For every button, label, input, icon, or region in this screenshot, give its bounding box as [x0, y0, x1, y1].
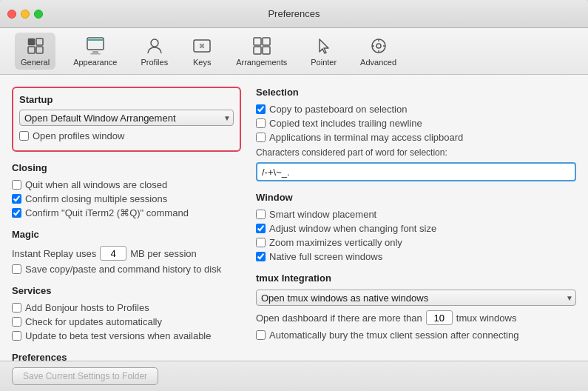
selection-section: Selection Copy to pasteboard on selectio…: [256, 87, 576, 181]
closing-cb-2[interactable]: [12, 208, 21, 218]
selection-cb-1[interactable]: [256, 118, 266, 128]
window-row-0: Smart window placement: [256, 209, 576, 220]
tmux-autobury-row: Automatically bury the tmux client sessi…: [256, 330, 576, 341]
startup-section: Startup Open Default Window Arrangement …: [12, 87, 241, 152]
closing-title: Closing: [12, 162, 241, 173]
maximize-button[interactable]: [34, 10, 43, 19]
closing-row-2: Confirm "Quit iTerm2 (⌘Q)" command: [12, 207, 241, 218]
services-cb-1[interactable]: [12, 317, 21, 327]
profiles-icon: [144, 36, 165, 56]
svg-rect-0: [28, 39, 35, 45]
window-cb-3[interactable]: [256, 252, 266, 261]
tab-advanced[interactable]: Advanced: [354, 33, 402, 70]
services-row-1: Check for updates automatically: [12, 316, 241, 327]
selection-label-0: Copy to pasteboard on selection: [269, 104, 407, 115]
closing-label-1: Confirm closing multiple sessions: [25, 193, 167, 204]
save-history-row: Save copy/paste and command history to d…: [12, 264, 241, 275]
window-label-3: Native full screen windows: [269, 251, 382, 262]
toolbar: General Appearance Profiles ⌘: [0, 28, 588, 75]
tmux-dashboard-input[interactable]: [426, 310, 453, 325]
arrangements-icon: [251, 36, 272, 56]
chars-input[interactable]: [256, 162, 576, 181]
traffic-lights: [7, 10, 43, 19]
save-history-cb[interactable]: [12, 264, 21, 274]
startup-title: Startup: [19, 94, 234, 105]
tab-appearance[interactable]: Appearance: [67, 33, 123, 70]
bottom-bar: Save Current Settings to Folder: [0, 361, 588, 391]
save-current-settings-button[interactable]: Save Current Settings to Folder: [12, 367, 158, 385]
left-panel: Startup Open Default Window Arrangement …: [12, 87, 241, 349]
chars-label: Characters considered part of word for s…: [256, 147, 576, 158]
window-section: Window Smart window placement Adjust win…: [256, 192, 576, 262]
startup-dropdown-wrapper: Open Default Window Arrangement New Wind…: [19, 110, 234, 126]
services-row-2: Update to beta test versions when availa…: [12, 330, 241, 341]
tmux-dropdown[interactable]: Open tmux windows as native windows Open…: [256, 290, 576, 306]
window-cb-0[interactable]: [256, 210, 266, 219]
closing-cb-1[interactable]: [12, 194, 21, 204]
tab-arrangements-label: Arrangements: [236, 58, 287, 67]
services-cb-2[interactable]: [12, 331, 21, 341]
tab-appearance-label: Appearance: [73, 58, 117, 67]
svg-rect-11: [254, 38, 261, 45]
selection-label-2: Applications in terminal may access clip…: [269, 132, 463, 143]
content-area: Startup Open Default Window Arrangement …: [0, 75, 588, 361]
open-profiles-checkbox[interactable]: [19, 131, 29, 141]
svg-rect-5: [87, 39, 104, 41]
advanced-icon: [368, 36, 389, 56]
tab-keys[interactable]: ⌘ Keys: [186, 33, 218, 70]
svg-rect-14: [263, 47, 270, 54]
tmux-dashboard-post: tmux windows: [456, 313, 517, 324]
window-label-1: Adjust window when changing font size: [269, 223, 436, 234]
selection-cb-2[interactable]: [256, 133, 266, 142]
tmux-dashboard-pre: Open dashboard if there are more than: [256, 313, 422, 324]
closing-row-1: Confirm closing multiple sessions: [12, 193, 241, 204]
selection-title: Selection: [256, 87, 576, 98]
closing-cb-0[interactable]: [12, 180, 21, 190]
tmux-section: tmux Integration Open tmux windows as na…: [256, 273, 576, 341]
window-row-1: Adjust window when changing font size: [256, 223, 576, 234]
tab-arrangements[interactable]: Arrangements: [230, 33, 293, 70]
svg-rect-2: [28, 47, 35, 53]
tmux-autobury-label: Automatically bury the tmux client sessi…: [269, 330, 518, 341]
keys-icon: ⌘: [192, 36, 212, 56]
selection-row-2: Applications in terminal may access clip…: [256, 132, 576, 143]
right-panel: Selection Copy to pasteboard on selectio…: [256, 87, 576, 349]
instant-replay-label-pre: Instant Replay uses: [12, 248, 96, 259]
svg-rect-12: [263, 38, 270, 45]
window-cb-2[interactable]: [256, 238, 266, 247]
magic-section: Magic Instant Replay uses MB per session…: [12, 229, 241, 275]
magic-title: Magic: [12, 229, 241, 240]
tmux-autobury-cb[interactable]: [256, 330, 266, 340]
save-history-label: Save copy/paste and command history to d…: [25, 264, 221, 275]
services-label-0: Add Bonjour hosts to Profiles: [25, 302, 149, 313]
tab-general[interactable]: General: [15, 33, 55, 70]
tab-general-label: General: [21, 58, 50, 67]
selection-cb-0[interactable]: [256, 104, 266, 114]
svg-rect-1: [36, 39, 43, 45]
window-row-3: Native full screen windows: [256, 251, 576, 262]
window-label-2: Zoom maximizes vertically only: [269, 237, 402, 248]
services-row-0: Add Bonjour hosts to Profiles: [12, 302, 241, 313]
instant-replay-label-post: MB per session: [130, 248, 197, 259]
window-cb-1[interactable]: [256, 224, 266, 233]
pointer-icon: [314, 36, 334, 56]
startup-dropdown[interactable]: Open Default Window Arrangement New Wind…: [19, 110, 234, 126]
main-window: Preferences General Appearance: [0, 0, 588, 391]
titlebar: Preferences: [0, 0, 588, 28]
tab-profiles[interactable]: Profiles: [135, 33, 174, 70]
close-button[interactable]: [7, 10, 16, 19]
minimize-button[interactable]: [21, 10, 30, 19]
tmux-dashboard-row: Open dashboard if there are more than tm…: [256, 310, 576, 325]
tmux-title: tmux Integration: [256, 273, 576, 284]
services-cb-0[interactable]: [12, 303, 21, 313]
window-label-0: Smart window placement: [269, 209, 376, 220]
svg-point-8: [151, 39, 158, 47]
tab-pointer[interactable]: Pointer: [305, 33, 342, 70]
instant-replay-row: Instant Replay uses MB per session: [12, 246, 241, 261]
services-label-2: Update to beta test versions when availa…: [25, 330, 212, 341]
prefs-section: Preferences Load preferences from a cust…: [12, 352, 241, 361]
svg-text:⌘: ⌘: [199, 43, 205, 50]
window-row-2: Zoom maximizes vertically only: [256, 237, 576, 248]
instant-replay-input[interactable]: [100, 246, 126, 261]
svg-rect-6: [92, 51, 98, 53]
